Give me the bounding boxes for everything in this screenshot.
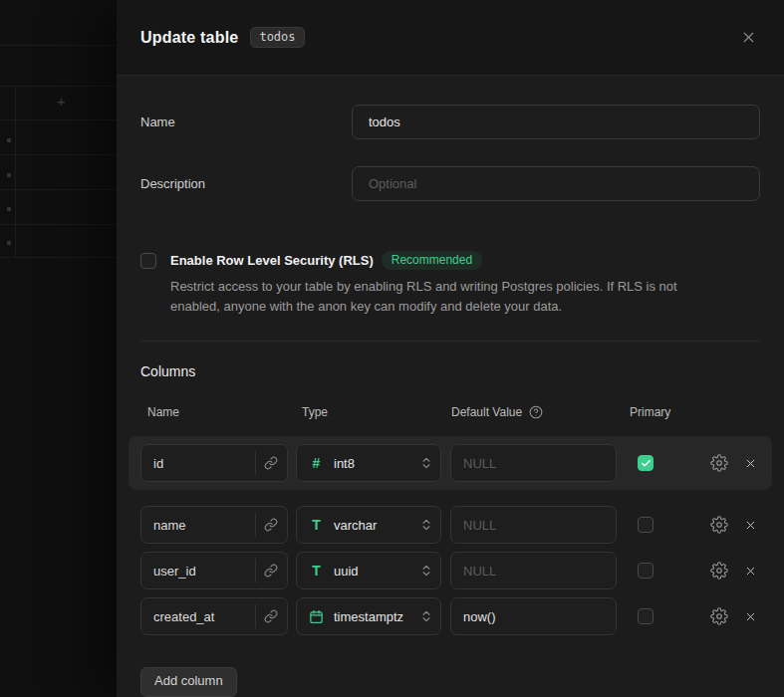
section-divider (140, 341, 760, 342)
column-type-label: timestamptz (334, 609, 403, 624)
text-type-icon: T (308, 517, 325, 533)
column-default-input[interactable] (450, 444, 617, 482)
backdrop-grid-line (0, 154, 117, 155)
column-default-cell (450, 506, 617, 544)
name-form-row: Name (140, 105, 760, 139)
column-type-select[interactable]: T varchar (296, 506, 441, 544)
help-icon[interactable] (529, 405, 543, 419)
column-row: T uuid (140, 552, 760, 589)
foreign-key-link-icon[interactable] (262, 562, 280, 580)
rls-title: Enable Row Level Security (RLS) (170, 253, 374, 268)
header-primary: Primary (630, 405, 670, 419)
recommended-badge: Recommended (382, 251, 482, 270)
foreign-key-link-icon[interactable] (262, 607, 280, 625)
header-default-value: Default Value (451, 405, 543, 419)
column-settings-gear-icon[interactable] (708, 514, 730, 536)
remove-column-icon[interactable] (741, 562, 759, 580)
rls-description: Restrict access to your table by enablin… (170, 277, 720, 317)
panel-title: Update table (140, 29, 238, 47)
columns-heading: Columns (140, 363, 760, 379)
backdrop-divider (0, 86, 117, 87)
column-type-select[interactable]: timestamptz (296, 597, 441, 635)
table-editor-backdrop: + (0, 0, 117, 697)
rls-section: Enable Row Level Security (RLS) Recommen… (140, 251, 760, 317)
primary-checkbox[interactable] (638, 455, 653, 471)
backdrop-column-line (15, 86, 16, 257)
backdrop-grid-line (0, 224, 117, 225)
foreign-key-link-icon[interactable] (262, 516, 280, 534)
column-primary-cell (638, 608, 653, 624)
header-name: Name (147, 405, 179, 419)
column-default-input[interactable] (450, 597, 617, 635)
column-settings-gear-icon[interactable] (708, 605, 730, 627)
chevron-up-down-icon (419, 609, 433, 623)
column-name-cell (140, 552, 288, 589)
add-row-icon: + (57, 94, 66, 109)
rls-text: Enable Row Level Security (RLS) Recommen… (170, 251, 720, 317)
input-divider (255, 559, 256, 582)
chevron-up-down-icon (419, 518, 433, 532)
column-row: timestamptz (140, 597, 760, 635)
row-marker-icon (7, 173, 11, 177)
rls-checkbox[interactable] (140, 253, 156, 269)
panel-header: Update table todos (117, 0, 784, 76)
table-description-input[interactable] (352, 166, 760, 201)
column-default-input[interactable] (450, 506, 617, 544)
column-name-cell (140, 597, 288, 635)
column-default-cell (450, 552, 617, 589)
name-label: Name (140, 105, 352, 129)
column-type-label: varchar (334, 518, 377, 533)
hash-icon: # (308, 455, 325, 471)
backdrop-grid-line (0, 119, 117, 120)
chevron-up-down-icon (419, 456, 433, 470)
header-type: Type (302, 405, 328, 419)
column-default-cell (450, 597, 617, 635)
panel-body: Name Description Enable Row Level Securi… (117, 76, 784, 697)
column-type-label: int8 (334, 456, 355, 471)
input-divider (255, 451, 256, 475)
column-rows: # int8 (140, 436, 760, 635)
column-settings-gear-icon[interactable] (708, 452, 730, 474)
remove-column-icon[interactable] (741, 607, 759, 625)
columns-table-headers: Name Type Default Value Primary (140, 403, 760, 421)
table-name-badge: todos (250, 27, 304, 48)
column-type-select[interactable]: # int8 (296, 444, 441, 482)
text-type-icon: T (308, 563, 325, 579)
backdrop-grid-line (0, 189, 117, 190)
remove-column-icon[interactable] (741, 454, 759, 472)
column-default-cell (450, 444, 617, 482)
foreign-key-link-icon[interactable] (262, 454, 280, 472)
column-row: T varchar (140, 506, 760, 544)
input-divider (255, 604, 256, 628)
backdrop-grid-line (0, 257, 117, 258)
column-primary-cell (638, 563, 653, 579)
close-icon[interactable] (736, 26, 760, 50)
description-form-row: Description (140, 166, 760, 201)
column-name-cell (140, 444, 288, 482)
header-default-value-label: Default Value (451, 405, 522, 419)
primary-checkbox[interactable] (638, 563, 653, 579)
calendar-icon (308, 609, 325, 624)
column-type-label: uuid (334, 564, 359, 579)
primary-checkbox[interactable] (638, 608, 653, 624)
column-primary-cell (638, 455, 653, 471)
remove-column-icon[interactable] (741, 516, 759, 534)
column-name-cell (140, 506, 288, 544)
update-table-panel: Update table todos Name Description En (117, 0, 784, 697)
table-name-input[interactable] (352, 105, 760, 139)
column-type-select[interactable]: T uuid (296, 552, 441, 589)
row-marker-icon (7, 207, 11, 211)
column-primary-cell (638, 517, 653, 533)
chevron-up-down-icon (419, 564, 433, 578)
column-settings-gear-icon[interactable] (708, 560, 730, 581)
description-label: Description (140, 166, 352, 191)
column-default-input[interactable] (450, 552, 617, 589)
column-row: # int8 (129, 436, 772, 490)
input-divider (255, 513, 256, 537)
add-column-button[interactable]: Add column (140, 667, 237, 697)
primary-checkbox[interactable] (638, 517, 653, 533)
row-marker-icon (7, 241, 11, 245)
backdrop-divider (0, 45, 117, 46)
row-marker-icon (7, 138, 11, 142)
